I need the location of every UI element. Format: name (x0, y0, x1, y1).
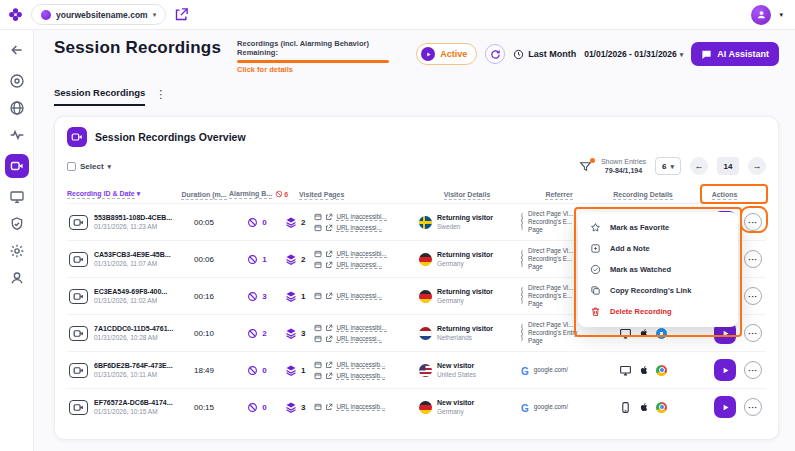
menu-item-label: Mark as Favorite (610, 223, 669, 232)
visited-url[interactable]: URL inaccessib... (314, 372, 385, 380)
recording-id[interactable]: 6BF6DE2B-764F-473E... (94, 362, 173, 369)
recording-id[interactable]: EC3EA549-69F8-400... (94, 288, 167, 295)
remaining-details-link[interactable]: Click for details (237, 65, 389, 74)
visited-url[interactable]: URL inaccessi... (314, 292, 381, 300)
visited-url[interactable]: URL inaccessi... (314, 224, 386, 232)
country-flag-icon (419, 401, 432, 414)
globe-icon[interactable] (9, 100, 25, 116)
menu-item-mark-watched[interactable]: Mark as Watched (578, 259, 738, 280)
refresh-button[interactable] (485, 44, 505, 64)
menu-item-add-note[interactable]: Add a Note (578, 238, 738, 259)
play-status-icon (421, 47, 435, 61)
visitor-type: Returning visitor (437, 288, 493, 295)
recording-id[interactable]: 553B8951-108D-4CEB... (94, 214, 172, 221)
visited-url[interactable]: URL inaccessi... (314, 261, 386, 269)
col-referrer[interactable]: Referrer (515, 191, 603, 198)
play-recording-button[interactable] (714, 359, 736, 381)
alarming-behavior-icon (247, 365, 258, 376)
filter-icon[interactable] (579, 160, 592, 173)
monitor-nav-icon[interactable] (9, 189, 25, 205)
visitor-country: Netherlands (437, 334, 493, 341)
tracking-status-chip[interactable]: Active (416, 43, 477, 65)
referrer-icon (521, 287, 523, 305)
prev-page-button[interactable]: ← (690, 157, 708, 175)
recording-id[interactable]: CA53FCB3-4E9E-45B... (94, 251, 171, 258)
row-actions-button[interactable]: ··· (744, 361, 762, 379)
ai-assistant-button[interactable]: AI Assistant (691, 42, 779, 66)
page-size-value: 6 (662, 162, 666, 171)
date-range-selector[interactable]: 01/01/2026 - 01/31/2026 ▾ (584, 49, 683, 59)
visited-url[interactable]: URL inaccessibl... (314, 250, 386, 258)
col-visited-pages[interactable]: Visited Pages (285, 191, 419, 198)
tab-session-recordings[interactable]: Session Recordings (54, 87, 145, 106)
open-website-icon[interactable] (174, 7, 189, 22)
dashboard-icon[interactable] (9, 73, 25, 89)
user-nav-icon[interactable] (9, 270, 25, 286)
gear-icon[interactable] (9, 243, 25, 259)
col-duration[interactable]: Duration (m... (179, 191, 229, 198)
referrer-text: Direct Page Vi...Recording's E...Page (528, 210, 573, 235)
visited-pages-count: 3 (301, 403, 305, 412)
tab-options-icon[interactable]: ⋮ (155, 88, 166, 105)
filter-active-dot (590, 158, 595, 163)
recording-id[interactable]: EF76572A-DC6B-4174... (94, 399, 173, 406)
next-page-button[interactable]: → (748, 157, 766, 175)
row-actions-button[interactable]: ··· (744, 324, 762, 342)
app-logo-icon[interactable] (8, 7, 23, 22)
behavior-pulse-icon[interactable] (9, 127, 25, 143)
duration-value: 00:16 (179, 292, 229, 301)
page-window-icon (314, 292, 322, 300)
desktop-device-icon (619, 364, 632, 377)
period-selector[interactable]: Last Month (513, 49, 576, 60)
row-actions-button[interactable]: ··· (744, 250, 762, 268)
row-actions-button[interactable]: ··· (744, 398, 762, 416)
chevron-down-icon[interactable]: ▾ (779, 11, 783, 18)
row-actions-button[interactable]: ··· (744, 287, 762, 305)
visited-url[interactable]: URL inaccessi... (314, 335, 386, 343)
shield-icon[interactable] (9, 216, 25, 232)
col-actions[interactable]: Actions (683, 191, 766, 198)
website-selector[interactable]: yourwebsitename.com ▾ (31, 4, 166, 25)
external-link-icon (325, 213, 333, 221)
row-actions-menu: Mark as Favorite Add a Note Mark as Watc… (578, 212, 738, 327)
menu-item-mark-favorite[interactable]: Mark as Favorite (578, 217, 738, 238)
visited-url[interactable]: URL inaccessibl... (314, 324, 386, 332)
recording-date: 01/31/2026, 11:02 AM (94, 297, 167, 304)
user-avatar[interactable] (751, 5, 771, 25)
card-title: Session Recordings Overview (95, 131, 246, 143)
menu-item-delete-recording[interactable]: Delete Recording (578, 301, 738, 322)
recording-id[interactable]: 7A1CDDC0-11D5-4761... (94, 325, 173, 332)
current-page: 14 (717, 157, 739, 175)
visitor-type: New visitor (437, 362, 476, 369)
col-visitor-details[interactable]: Visitor Details (419, 191, 515, 198)
menu-item-copy-link[interactable]: Copy Recording's Link (578, 280, 738, 301)
session-recordings-nav-icon[interactable] (5, 154, 29, 178)
page-window-icon (314, 361, 322, 369)
page-size-select[interactable]: 6 ▾ (655, 157, 681, 175)
table-row[interactable]: EF76572A-DC6B-4174... 01/31/2026, 10:15 … (67, 388, 766, 425)
copy-icon (590, 285, 601, 296)
direct-referrer-icon (521, 286, 523, 305)
select-all-control[interactable]: Select ▾ (67, 162, 111, 171)
row-actions-button[interactable]: ··· (744, 213, 762, 231)
alarming-count: 3 (262, 292, 266, 301)
col-recording-id-date[interactable]: Recording ID & Date▾ (67, 190, 179, 198)
select-checkbox[interactable] (67, 162, 76, 171)
recording-date: 01/31/2026, 10:11 AM (94, 371, 173, 378)
col-alarming-behavior[interactable]: Alarming B...6 (229, 190, 285, 198)
page-window-icon (314, 324, 322, 332)
back-icon[interactable] (9, 42, 25, 58)
google-icon: G (521, 366, 529, 377)
page-window-icon (314, 335, 322, 343)
col-recording-details[interactable]: Recording Details (603, 191, 683, 198)
visitor-country: Germany (437, 297, 493, 304)
remaining-label: Recordings (incl. Alarming Behavior) Rem… (237, 39, 389, 58)
play-recording-button[interactable] (714, 396, 736, 418)
chat-icon (701, 49, 712, 60)
external-link-icon (325, 292, 333, 300)
referrer-text: Direct Page Vi...Recording's EntryPage (528, 321, 578, 346)
visited-url[interactable]: URL inaccessibl... (314, 213, 386, 221)
visited-url[interactable]: URL inaccessib... (314, 361, 385, 369)
table-row[interactable]: 6BF6DE2B-764F-473E... 01/31/2026, 10:11 … (67, 351, 766, 388)
visited-url[interactable]: URL inaccessib... (314, 403, 385, 411)
